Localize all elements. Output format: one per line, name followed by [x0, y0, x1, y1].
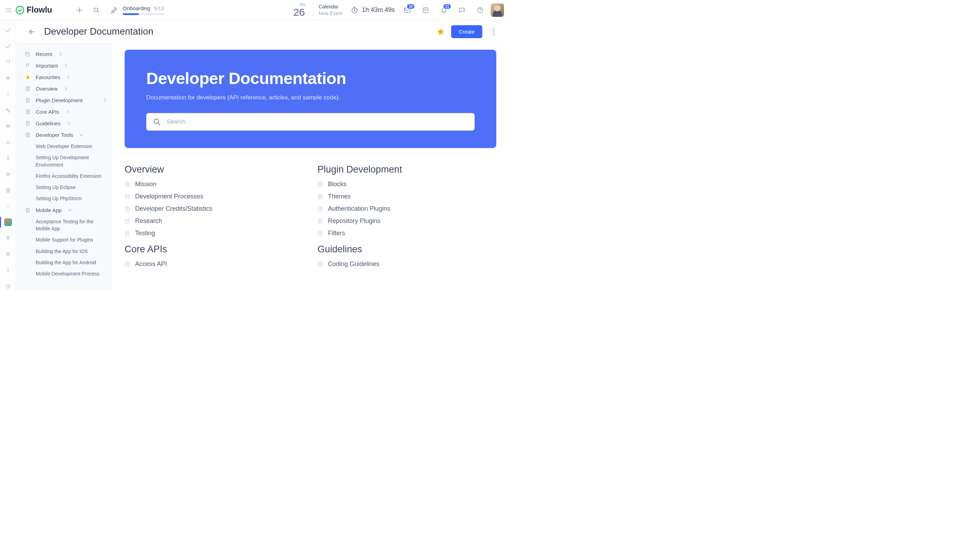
section-title: Plugin Development [317, 164, 496, 175]
rail-item[interactable] [3, 25, 13, 35]
sidebar-item[interactable]: Developer Tools [16, 129, 112, 141]
timer-text: 1h 43m 49s [362, 6, 395, 13]
sidebar-item[interactable]: Recent [16, 48, 112, 60]
sidebar-item[interactable]: Favourites [16, 72, 112, 83]
section-title: Core APIs [125, 244, 303, 255]
section-link[interactable]: Developer Credits/Statistics [125, 205, 303, 212]
sidebar-item-label: Plugin Development [36, 97, 83, 103]
help-button[interactable] [472, 2, 488, 18]
sidebar-sub-item[interactable]: Building the App for iOS [16, 246, 112, 257]
sidebar-sub-item[interactable]: Firefox Accessibility Extension [16, 170, 112, 182]
favourite-toggle[interactable] [437, 28, 445, 36]
section-link[interactable]: Development Processes [125, 193, 303, 200]
sidebar-item[interactable]: Core APIs [16, 106, 112, 118]
search-input[interactable] [167, 118, 468, 125]
sidebar-sub-item[interactable]: Acceptance Testing for the Mobile App [16, 216, 112, 235]
rail-item[interactable] [3, 169, 13, 179]
create-button[interactable]: Create [451, 25, 482, 38]
sidebar-sub-item[interactable]: Mobile Development Process [16, 268, 112, 279]
avatar[interactable] [491, 3, 504, 17]
section-link[interactable]: Repository Plugins [317, 217, 496, 225]
date-widget[interactable]: Fri 26 [293, 3, 305, 18]
section-link[interactable]: Authentication Plugins [317, 205, 496, 212]
doc-icon [25, 208, 31, 213]
inbox-button[interactable]: 10 [400, 2, 415, 18]
document-icon [125, 194, 130, 200]
svg-point-15 [6, 204, 7, 206]
svg-rect-2 [423, 8, 428, 12]
more-button[interactable] [487, 26, 499, 38]
section-link[interactable]: Filters [317, 230, 496, 237]
chat-icon [458, 7, 465, 13]
rail-item[interactable] [3, 105, 13, 115]
document-icon [317, 206, 323, 212]
back-button[interactable] [26, 26, 38, 38]
sidebar-sub-item[interactable]: Building the App for Android [16, 257, 112, 268]
hero: Developer Documentation Documentation fo… [125, 50, 496, 148]
rail-item[interactable] [3, 250, 13, 259]
help-icon [477, 7, 484, 13]
sidebar-sub-item[interactable]: Setting Up Development Environment [16, 152, 112, 170]
hero-title: Developer Documentation [146, 68, 475, 88]
section-title: Guidelines [317, 244, 496, 255]
sidebar-sub-item[interactable]: Setting Up PhpStorm [16, 193, 112, 204]
sidebar-item[interactable]: Overview [16, 83, 112, 95]
rail-item[interactable] [3, 57, 13, 67]
section-link[interactable]: Research [125, 217, 303, 225]
hero-search[interactable] [146, 113, 475, 130]
brand-logo[interactable]: Flowlu [15, 5, 52, 15]
rail-item[interactable] [3, 265, 13, 275]
sidebar-item-label: Recent [36, 51, 52, 57]
notifications-button[interactable]: 21 [436, 2, 452, 18]
svg-point-13 [6, 173, 10, 177]
section-link[interactable]: Blocks [317, 181, 496, 188]
sidebar-item[interactable]: Guidelines [16, 118, 112, 129]
history-icon [25, 52, 31, 57]
chevron-down-icon [68, 208, 72, 212]
sidebar-item[interactable]: Important [16, 60, 112, 72]
section-link[interactable]: Themes [317, 193, 496, 200]
document-icon [317, 231, 323, 236]
document-icon [317, 262, 323, 267]
timer-widget[interactable]: 1h 43m 49s [351, 6, 395, 14]
sidebar-sub-item[interactable]: Web Developer Extension [16, 141, 112, 152]
calendar-new-event: New Event [318, 10, 342, 16]
menu-toggle-icon[interactable] [3, 8, 13, 12]
rail-item[interactable] [3, 201, 13, 211]
rail-item[interactable] [3, 233, 13, 243]
sidebar-item[interactable]: Plugin Development [16, 95, 112, 106]
document-icon [317, 182, 323, 187]
rail-item[interactable] [3, 41, 13, 51]
search-button[interactable] [88, 2, 104, 18]
sidebar-sub-item[interactable]: Mobile Support for Plugins [16, 234, 112, 245]
chevron-right-icon [64, 87, 68, 91]
sidebar-item[interactable]: Mobile App [16, 204, 112, 216]
add-button[interactable] [72, 2, 87, 18]
section-link-label: Testing [135, 230, 155, 237]
document-icon [317, 218, 323, 224]
stopwatch-icon [351, 6, 358, 14]
notes-button[interactable] [418, 2, 433, 18]
section-link-label: Filters [328, 230, 345, 237]
rail-item[interactable] [3, 153, 13, 163]
onboarding-widget[interactable]: Onboarding 5/13 [110, 5, 165, 15]
section: OverviewMissionDevelopment ProcessesDeve… [125, 164, 303, 237]
rail-item[interactable] [3, 282, 13, 291]
section-link[interactable]: Mission [125, 181, 303, 188]
section-link[interactable]: Testing [125, 230, 303, 237]
section-link[interactable]: Access API [125, 260, 303, 268]
chat-button[interactable] [454, 2, 470, 18]
section-link[interactable]: Coding Guidelines [317, 260, 496, 268]
sidebar-sub-item[interactable]: Setting Up Eclipse [16, 182, 112, 193]
calendar-widget[interactable]: Calendar New Event [318, 4, 342, 16]
rail-item[interactable] [3, 73, 13, 83]
rail-item-knowledge[interactable] [3, 217, 13, 227]
rail-item[interactable] [3, 122, 13, 131]
rail-item[interactable] [3, 137, 13, 147]
svg-point-16 [8, 204, 10, 206]
note-icon [422, 7, 429, 13]
rail-item[interactable] [3, 89, 13, 99]
chevron-right-icon [103, 98, 107, 102]
svg-point-18 [8, 207, 10, 208]
rail-item[interactable] [3, 185, 13, 195]
